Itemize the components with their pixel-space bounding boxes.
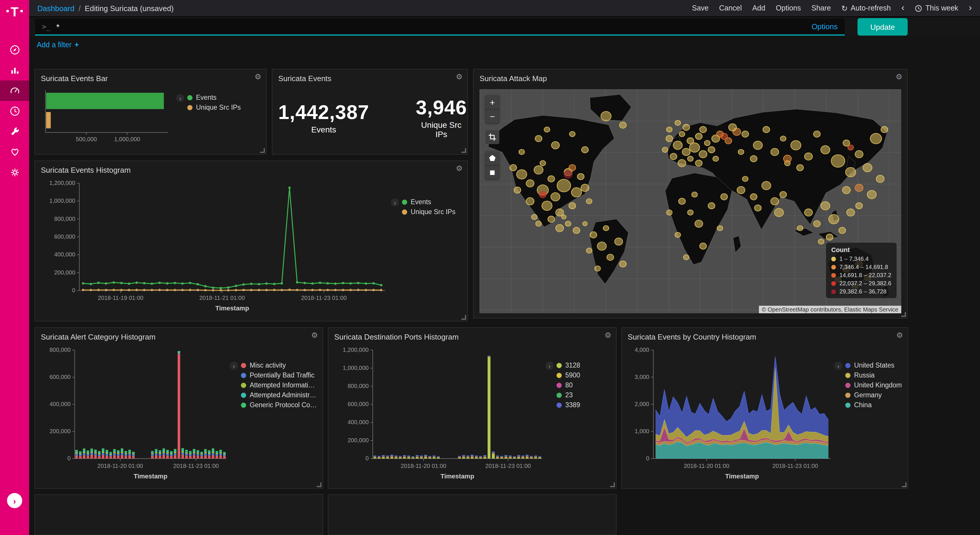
attack-bubble[interactable] bbox=[818, 239, 824, 244]
attack-bubble[interactable] bbox=[564, 170, 572, 178]
attack-bubble[interactable] bbox=[583, 222, 587, 226]
attack-bubble[interactable] bbox=[667, 127, 672, 132]
topnav-options-button[interactable]: Options bbox=[776, 4, 801, 12]
attack-bubble[interactable] bbox=[763, 126, 770, 133]
attack-bubble[interactable] bbox=[826, 234, 833, 240]
breadcrumb-dashboard-link[interactable]: Dashboard bbox=[37, 4, 75, 13]
legend-item[interactable]: 23 bbox=[557, 392, 580, 398]
attack-bubble[interactable] bbox=[856, 203, 862, 209]
attack-bubble[interactable] bbox=[847, 209, 854, 216]
attack-bubble[interactable] bbox=[729, 124, 737, 131]
attack-bubble[interactable] bbox=[699, 151, 707, 158]
resize-handle-icon[interactable] bbox=[260, 148, 265, 153]
alert-category-chart[interactable]: 0200,000400,000600,000800,0002018-11-20 … bbox=[41, 344, 230, 486]
attack-bubble[interactable] bbox=[750, 194, 757, 200]
legend-toggle-icon[interactable]: › bbox=[546, 362, 554, 370]
attack-bubble[interactable] bbox=[863, 163, 872, 172]
attack-bubble[interactable] bbox=[867, 191, 876, 199]
attack-bubble[interactable] bbox=[713, 156, 718, 161]
sidebar-item-management[interactable] bbox=[0, 162, 29, 183]
resize-handle-icon[interactable] bbox=[461, 315, 466, 320]
attack-bubble[interactable] bbox=[548, 176, 554, 182]
attack-bubble[interactable] bbox=[695, 220, 703, 227]
attack-bubble[interactable] bbox=[687, 210, 693, 215]
attack-bubble[interactable] bbox=[689, 143, 700, 152]
attack-bubble[interactable] bbox=[855, 184, 863, 191]
attack-map[interactable]: + − bbox=[479, 89, 901, 313]
gear-icon[interactable]: ⚙ bbox=[456, 73, 463, 81]
resize-handle-icon[interactable] bbox=[901, 312, 906, 317]
attack-bubble[interactable] bbox=[881, 126, 888, 133]
legend-item[interactable]: Unique Src IPs bbox=[402, 208, 455, 215]
attack-bubble[interactable] bbox=[846, 167, 856, 177]
update-button[interactable]: Update bbox=[858, 18, 908, 36]
attack-bubble[interactable] bbox=[551, 193, 560, 201]
gear-icon[interactable]: ⚙ bbox=[605, 331, 611, 339]
resize-handle-icon[interactable] bbox=[317, 482, 321, 487]
attack-bubble[interactable] bbox=[565, 221, 571, 226]
attack-bubble[interactable] bbox=[536, 221, 541, 226]
attack-bubble[interactable] bbox=[797, 226, 803, 231]
attack-bubble[interactable] bbox=[683, 255, 689, 260]
attack-bubble[interactable] bbox=[804, 209, 812, 216]
attack-bubble[interactable] bbox=[570, 132, 575, 137]
legend-item[interactable]: United Kingdom bbox=[845, 382, 902, 389]
attack-bubble[interactable] bbox=[695, 133, 702, 140]
events-histogram-chart[interactable]: 0200,000400,000600,000800,0001,000,0001,… bbox=[41, 177, 391, 317]
sidebar-item-timelion[interactable] bbox=[0, 101, 29, 121]
map-zoom-out-button[interactable]: − bbox=[485, 109, 500, 123]
sidebar-item-visualize[interactable] bbox=[0, 60, 29, 81]
attack-bubble[interactable] bbox=[721, 194, 727, 200]
attack-bubble[interactable] bbox=[675, 120, 681, 126]
attack-bubble[interactable] bbox=[753, 141, 762, 150]
attack-bubble[interactable] bbox=[742, 131, 748, 137]
legend-item[interactable]: United States bbox=[845, 362, 902, 369]
attack-bubble[interactable] bbox=[842, 186, 850, 194]
resize-handle-icon[interactable] bbox=[610, 482, 615, 487]
attack-bubble[interactable] bbox=[742, 176, 748, 182]
attack-bubble[interactable] bbox=[586, 248, 592, 253]
attack-bubble[interactable] bbox=[540, 161, 546, 166]
legend-item[interactable]: Attempted Informati… bbox=[241, 382, 317, 389]
legend-item[interactable]: 3128 bbox=[557, 362, 580, 369]
attack-bubble[interactable] bbox=[821, 202, 830, 210]
attack-bubble[interactable] bbox=[721, 133, 727, 140]
map-draw-polygon-button[interactable] bbox=[485, 151, 500, 165]
attack-bubble[interactable] bbox=[762, 182, 771, 190]
attack-bubble[interactable] bbox=[581, 184, 589, 191]
attack-bubble[interactable] bbox=[855, 151, 863, 158]
attack-bubble[interactable] bbox=[692, 192, 697, 197]
attack-bubble[interactable] bbox=[780, 136, 786, 141]
time-range-button[interactable]: This week bbox=[915, 4, 958, 12]
attack-bubble[interactable] bbox=[682, 148, 690, 156]
attack-bubble[interactable] bbox=[666, 135, 673, 142]
attack-bubble[interactable] bbox=[717, 226, 723, 231]
attack-bubble[interactable] bbox=[531, 214, 537, 220]
attack-bubble[interactable] bbox=[619, 122, 626, 128]
attack-bubble[interactable] bbox=[670, 153, 677, 160]
attack-bubble[interactable] bbox=[534, 166, 543, 174]
attack-bubble[interactable] bbox=[839, 227, 846, 234]
attack-bubble[interactable] bbox=[601, 111, 611, 121]
attack-bubble[interactable] bbox=[577, 174, 584, 180]
sidebar-item-monitoring[interactable] bbox=[0, 142, 29, 162]
attack-bubble[interactable] bbox=[569, 203, 576, 209]
attack-bubble[interactable] bbox=[771, 197, 779, 205]
events-bar-chart[interactable]: 500,0001,000,000 bbox=[41, 86, 176, 150]
attack-bubble[interactable] bbox=[695, 160, 702, 167]
attack-bubble[interactable] bbox=[552, 142, 559, 149]
legend-item[interactable]: Generic Protocol Co… bbox=[241, 401, 317, 408]
map-fit-data-button[interactable] bbox=[485, 130, 500, 144]
attack-bubble[interactable] bbox=[797, 164, 803, 171]
attack-bubble[interactable] bbox=[517, 170, 527, 179]
legend-item[interactable]: Attempted Administr… bbox=[241, 392, 317, 398]
attack-bubble[interactable] bbox=[821, 146, 830, 154]
attack-bubble[interactable] bbox=[700, 126, 706, 133]
events-by-country-chart[interactable]: 01,0002,0003,0004,0002018-11-20 01:00201… bbox=[628, 344, 834, 486]
attack-bubble[interactable] bbox=[679, 132, 684, 137]
map-draw-rectangle-button[interactable] bbox=[485, 165, 500, 179]
attack-bubble[interactable] bbox=[614, 238, 622, 245]
attack-bubble[interactable] bbox=[708, 147, 715, 153]
attack-bubble[interactable] bbox=[737, 186, 745, 194]
attack-bubble[interactable] bbox=[791, 141, 801, 150]
